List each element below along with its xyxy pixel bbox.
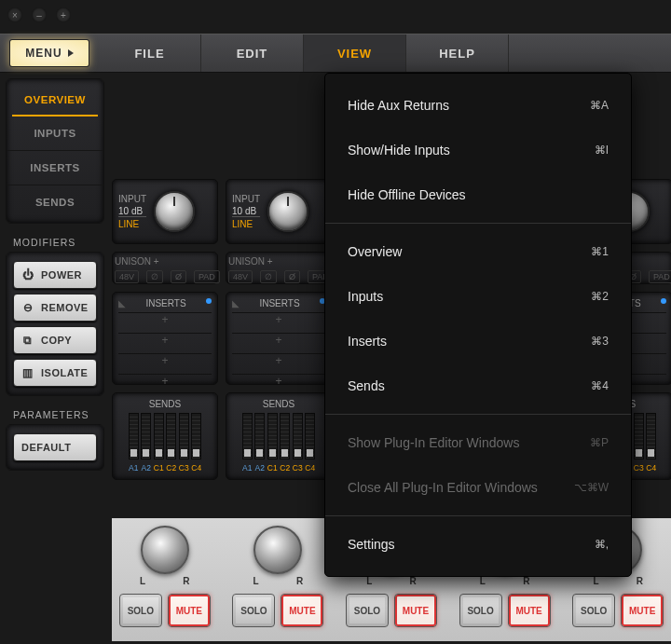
solo-button[interactable]: SOLO bbox=[459, 594, 502, 627]
unison-opt[interactable]: PAD bbox=[194, 270, 220, 283]
parameters-group: DEFAULT bbox=[6, 424, 104, 471]
unison-opt[interactable]: 48V bbox=[228, 270, 253, 283]
mute-button[interactable]: MUTE bbox=[394, 594, 437, 627]
mute-button[interactable]: MUTE bbox=[508, 594, 551, 627]
tab-view[interactable]: VIEW bbox=[304, 34, 406, 72]
pan-right: R bbox=[523, 576, 529, 586]
sidebar-item-sends[interactable]: SENDS bbox=[7, 185, 103, 219]
views-group: OVERVIEWINPUTSINSERTSSENDS bbox=[6, 78, 104, 224]
unison-opt[interactable]: ∅ bbox=[146, 270, 163, 283]
pan-right: R bbox=[296, 576, 303, 586]
send-label: A1 bbox=[129, 463, 139, 473]
send-label: C1 bbox=[154, 463, 164, 473]
menu-item-hide-aux-returns[interactable]: Hide Aux Returns⌘A bbox=[325, 83, 631, 128]
unison-opt[interactable]: PAD bbox=[649, 270, 671, 283]
menu-label: MENU bbox=[25, 47, 62, 60]
input-mode: LINE bbox=[118, 219, 146, 229]
insert-slot[interactable]: + bbox=[118, 312, 212, 329]
insert-slot[interactable]: + bbox=[232, 333, 325, 349]
send-label: C2 bbox=[166, 463, 176, 473]
menu-item-sends[interactable]: Sends⌘4 bbox=[325, 363, 631, 408]
pan-right: R bbox=[183, 576, 189, 586]
copy-button[interactable]: ⧉COPY bbox=[13, 326, 97, 354]
unison-box: UNISON +48V∅ØPAD bbox=[226, 252, 332, 284]
sidebar-item-inserts[interactable]: INSERTS bbox=[7, 151, 103, 185]
menu-item-settings[interactable]: Settings⌘, bbox=[325, 522, 631, 567]
send-label: A1 bbox=[242, 463, 253, 473]
window-maximize[interactable]: + bbox=[56, 7, 71, 22]
send-fader[interactable] bbox=[293, 413, 303, 459]
menu-item-shortcut: ⌘2 bbox=[591, 290, 609, 303]
menu-button[interactable]: MENU bbox=[9, 39, 89, 67]
mute-button[interactable]: MUTE bbox=[168, 594, 211, 627]
inserts-box: ◣INSERTS++++ bbox=[112, 292, 218, 385]
menu-item-hide-offline-devices[interactable]: Hide Offline Devices bbox=[325, 172, 631, 217]
gain-knob[interactable] bbox=[154, 191, 195, 232]
tab-help[interactable]: HELP bbox=[406, 34, 509, 72]
send-fader[interactable] bbox=[141, 413, 151, 459]
insert-slot[interactable]: + bbox=[232, 353, 325, 370]
solo-button[interactable]: SOLO bbox=[572, 594, 615, 627]
unison-opt[interactable]: 48V bbox=[115, 270, 139, 283]
default-button[interactable]: DEFAULT bbox=[13, 433, 97, 461]
unison-opt[interactable]: ∅ bbox=[260, 270, 277, 283]
mute-button[interactable]: MUTE bbox=[621, 594, 664, 627]
send-fader[interactable] bbox=[280, 413, 290, 459]
send-fader[interactable] bbox=[646, 413, 656, 459]
menu-item-inputs[interactable]: Inputs⌘2 bbox=[325, 274, 631, 319]
unison-opt[interactable]: Ø bbox=[171, 270, 186, 283]
send-fader[interactable] bbox=[129, 413, 139, 459]
send-fader[interactable] bbox=[254, 413, 265, 459]
sidebar-item-inputs[interactable]: INPUTS bbox=[7, 116, 103, 151]
menu-item-overview[interactable]: Overview⌘1 bbox=[325, 229, 631, 274]
tab-file[interactable]: FILE bbox=[99, 34, 201, 72]
unison-title: UNISON + bbox=[115, 256, 159, 267]
menu-item-close-all-plug-in-editor-windows: Close All Plug-In Editor Windows⌥⌘W bbox=[325, 465, 631, 510]
input-gain: 10 dB bbox=[118, 206, 146, 217]
send-label: C4 bbox=[191, 463, 201, 473]
send-fader[interactable] bbox=[242, 413, 253, 459]
sends-title: SENDS bbox=[232, 399, 325, 409]
window-close[interactable]: × bbox=[7, 7, 22, 22]
output-strip: LRSOLOMUTE bbox=[226, 526, 332, 641]
send-fader[interactable] bbox=[179, 413, 189, 459]
send-fader[interactable] bbox=[634, 413, 644, 459]
sidebar-item-overview[interactable]: OVERVIEW bbox=[12, 83, 98, 116]
solo-button[interactable]: SOLO bbox=[232, 594, 275, 627]
insert-slot[interactable]: + bbox=[118, 353, 212, 370]
send-fader[interactable] bbox=[166, 413, 176, 459]
insert-slot[interactable]: + bbox=[118, 374, 212, 391]
power-button[interactable]: ⏻POWER bbox=[13, 261, 97, 289]
gain-knob[interactable] bbox=[267, 191, 308, 232]
menu-item-shortcut: ⌘3 bbox=[591, 335, 609, 348]
pan-knob[interactable] bbox=[141, 526, 189, 574]
insert-slot[interactable]: + bbox=[118, 333, 212, 349]
pan-knob[interactable] bbox=[253, 526, 302, 574]
mute-button[interactable]: MUTE bbox=[281, 594, 323, 627]
input-gain: 10 dB bbox=[232, 206, 260, 217]
modifiers-label: MODIFIERS bbox=[6, 233, 104, 252]
menu-item-inserts[interactable]: Inserts⌘3 bbox=[325, 319, 631, 363]
send-fader[interactable] bbox=[267, 413, 278, 459]
unison-opt[interactable]: Ø bbox=[284, 270, 300, 283]
send-fader[interactable] bbox=[305, 413, 315, 459]
indicator-dot-icon bbox=[206, 298, 212, 304]
isolate-button[interactable]: ▥ISOLATE bbox=[13, 359, 97, 387]
solo-button[interactable]: SOLO bbox=[119, 594, 162, 627]
send-fader[interactable] bbox=[154, 413, 164, 459]
window-minimize[interactable]: – bbox=[32, 7, 47, 22]
menu-item-shortcut: ⌘A bbox=[590, 99, 609, 112]
send-fader[interactable] bbox=[191, 413, 201, 459]
menu-separator bbox=[325, 223, 631, 224]
solo-button[interactable]: SOLO bbox=[346, 594, 389, 627]
menu-item-show-hide-inputs[interactable]: Show/Hide Inputs⌘I bbox=[325, 128, 631, 172]
sends-title: SENDS bbox=[118, 399, 212, 409]
insert-slot[interactable]: + bbox=[232, 312, 325, 329]
tab-edit[interactable]: EDIT bbox=[201, 34, 304, 72]
inserts-title: INSERTS bbox=[145, 298, 185, 308]
menu-item-shortcut: ⌘I bbox=[595, 144, 609, 157]
sends-box: SENDSA1A2C1C2C3C4 bbox=[112, 392, 218, 480]
remove-button[interactable]: ⊖REMOVE bbox=[13, 294, 97, 322]
pan-left: L bbox=[593, 576, 598, 586]
insert-slot[interactable]: + bbox=[232, 374, 325, 391]
